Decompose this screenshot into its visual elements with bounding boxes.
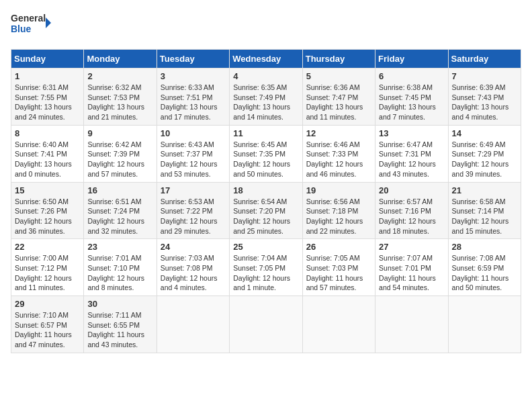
day-info: Sunrise: 6:50 AMSunset: 7:26 PMDaylight:… bbox=[15, 197, 80, 236]
calendar-cell: 6Sunrise: 6:38 AMSunset: 7:45 PMDaylight… bbox=[375, 68, 448, 126]
day-info: Sunrise: 7:11 AMSunset: 6:55 PMDaylight:… bbox=[87, 310, 152, 350]
calendar-cell: 28Sunrise: 7:08 AMSunset: 6:59 PMDayligh… bbox=[448, 239, 521, 296]
day-number: 10 bbox=[161, 128, 226, 138]
day-number: 19 bbox=[306, 185, 371, 195]
day-info: Sunrise: 7:00 AMSunset: 7:12 PMDaylight:… bbox=[15, 253, 80, 293]
day-info: Sunrise: 6:46 AMSunset: 7:33 PMDaylight:… bbox=[306, 140, 371, 179]
day-info: Sunrise: 6:54 AMSunset: 7:20 PMDaylight:… bbox=[233, 197, 298, 236]
calendar-cell: 2Sunrise: 6:32 AMSunset: 7:53 PMDaylight… bbox=[84, 68, 157, 126]
calendar-cell: 18Sunrise: 6:54 AMSunset: 7:20 PMDayligh… bbox=[230, 182, 302, 239]
calendar-cell: 26Sunrise: 7:05 AMSunset: 7:03 PMDayligh… bbox=[302, 239, 375, 296]
calendar-cell: 14Sunrise: 6:49 AMSunset: 7:29 PMDayligh… bbox=[448, 125, 521, 182]
day-info: Sunrise: 7:04 AMSunset: 7:05 PMDaylight:… bbox=[233, 253, 298, 293]
svg-marker-2 bbox=[46, 17, 51, 28]
calendar-cell: 29Sunrise: 7:10 AMSunset: 6:57 PMDayligh… bbox=[11, 296, 84, 353]
day-info: Sunrise: 6:58 AMSunset: 7:14 PMDaylight:… bbox=[452, 197, 517, 236]
day-header-saturday: Saturday bbox=[448, 50, 521, 68]
day-number: 7 bbox=[452, 71, 517, 81]
day-info: Sunrise: 6:45 AMSunset: 7:35 PMDaylight:… bbox=[233, 140, 298, 179]
day-number: 24 bbox=[161, 242, 226, 252]
svg-text:Blue: Blue bbox=[11, 24, 32, 34]
day-number: 4 bbox=[233, 71, 298, 81]
calendar-cell: 13Sunrise: 6:47 AMSunset: 7:31 PMDayligh… bbox=[375, 125, 448, 182]
day-info: Sunrise: 6:43 AMSunset: 7:37 PMDaylight:… bbox=[161, 140, 226, 179]
calendar-cell bbox=[448, 296, 521, 353]
day-info: Sunrise: 6:35 AMSunset: 7:49 PMDaylight:… bbox=[233, 83, 298, 122]
day-number: 29 bbox=[15, 299, 80, 309]
calendar-cell: 30Sunrise: 7:11 AMSunset: 6:55 PMDayligh… bbox=[84, 296, 157, 353]
calendar-cell: 1Sunrise: 6:31 AMSunset: 7:55 PMDaylight… bbox=[11, 68, 84, 126]
day-number: 20 bbox=[379, 185, 444, 195]
day-number: 8 bbox=[15, 128, 80, 138]
calendar-cell: 4Sunrise: 6:35 AMSunset: 7:49 PMDaylight… bbox=[230, 68, 302, 126]
calendar-cell: 5Sunrise: 6:36 AMSunset: 7:47 PMDaylight… bbox=[302, 68, 375, 126]
day-number: 1 bbox=[15, 71, 80, 81]
day-header-monday: Monday bbox=[84, 50, 157, 68]
day-header-wednesday: Wednesday bbox=[230, 50, 302, 68]
calendar-cell: 9Sunrise: 6:42 AMSunset: 7:39 PMDaylight… bbox=[84, 125, 157, 182]
day-number: 11 bbox=[233, 128, 298, 138]
calendar-cell: 23Sunrise: 7:01 AMSunset: 7:10 PMDayligh… bbox=[84, 239, 157, 296]
calendar-cell: 24Sunrise: 7:03 AMSunset: 7:08 PMDayligh… bbox=[157, 239, 229, 296]
day-number: 28 bbox=[452, 242, 517, 252]
day-number: 13 bbox=[379, 128, 444, 138]
day-info: Sunrise: 6:49 AMSunset: 7:29 PMDaylight:… bbox=[452, 140, 517, 179]
calendar-week-row: 22Sunrise: 7:00 AMSunset: 7:12 PMDayligh… bbox=[11, 239, 521, 296]
calendar-cell: 21Sunrise: 6:58 AMSunset: 7:14 PMDayligh… bbox=[448, 182, 521, 239]
day-number: 6 bbox=[379, 71, 444, 81]
calendar-week-row: 8Sunrise: 6:40 AMSunset: 7:41 PMDaylight… bbox=[11, 125, 521, 182]
svg-text:General: General bbox=[11, 13, 46, 24]
day-info: Sunrise: 7:03 AMSunset: 7:08 PMDaylight:… bbox=[161, 253, 226, 293]
calendar-cell: 17Sunrise: 6:53 AMSunset: 7:22 PMDayligh… bbox=[157, 182, 229, 239]
day-number: 22 bbox=[15, 242, 80, 252]
day-number: 16 bbox=[87, 185, 152, 195]
day-header-sunday: Sunday bbox=[11, 50, 84, 68]
day-number: 21 bbox=[452, 185, 517, 195]
day-info: Sunrise: 6:42 AMSunset: 7:39 PMDaylight:… bbox=[87, 140, 152, 179]
day-number: 18 bbox=[233, 185, 298, 195]
calendar-cell: 3Sunrise: 6:33 AMSunset: 7:51 PMDaylight… bbox=[157, 68, 229, 126]
day-header-tuesday: Tuesday bbox=[157, 50, 229, 68]
calendar-cell bbox=[157, 296, 229, 353]
day-number: 9 bbox=[87, 128, 152, 138]
calendar-cell: 7Sunrise: 6:39 AMSunset: 7:43 PMDaylight… bbox=[448, 68, 521, 126]
day-info: Sunrise: 6:57 AMSunset: 7:16 PMDaylight:… bbox=[379, 197, 444, 236]
calendar-week-row: 29Sunrise: 7:10 AMSunset: 6:57 PMDayligh… bbox=[11, 296, 521, 353]
calendar-header-row: SundayMondayTuesdayWednesdayThursdayFrid… bbox=[11, 50, 521, 68]
calendar-cell: 19Sunrise: 6:56 AMSunset: 7:18 PMDayligh… bbox=[302, 182, 375, 239]
calendar-cell: 8Sunrise: 6:40 AMSunset: 7:41 PMDaylight… bbox=[11, 125, 84, 182]
day-number: 23 bbox=[87, 242, 152, 252]
day-number: 2 bbox=[87, 71, 152, 81]
day-info: Sunrise: 6:36 AMSunset: 7:47 PMDaylight:… bbox=[306, 83, 371, 122]
logo: General Blue bbox=[11, 11, 51, 41]
day-info: Sunrise: 6:31 AMSunset: 7:55 PMDaylight:… bbox=[15, 83, 80, 122]
calendar-cell bbox=[302, 296, 375, 353]
day-info: Sunrise: 7:10 AMSunset: 6:57 PMDaylight:… bbox=[15, 310, 80, 350]
calendar-cell: 15Sunrise: 6:50 AMSunset: 7:26 PMDayligh… bbox=[11, 182, 84, 239]
day-info: Sunrise: 6:33 AMSunset: 7:51 PMDaylight:… bbox=[161, 83, 226, 122]
calendar-table: SundayMondayTuesdayWednesdayThursdayFrid… bbox=[11, 49, 521, 353]
day-header-thursday: Thursday bbox=[302, 50, 375, 68]
day-info: Sunrise: 6:56 AMSunset: 7:18 PMDaylight:… bbox=[306, 197, 371, 236]
calendar-cell: 10Sunrise: 6:43 AMSunset: 7:37 PMDayligh… bbox=[157, 125, 229, 182]
day-number: 15 bbox=[15, 185, 80, 195]
calendar-cell: 22Sunrise: 7:00 AMSunset: 7:12 PMDayligh… bbox=[11, 239, 84, 296]
day-number: 14 bbox=[452, 128, 517, 138]
calendar-cell: 11Sunrise: 6:45 AMSunset: 7:35 PMDayligh… bbox=[230, 125, 302, 182]
calendar-cell bbox=[375, 296, 448, 353]
day-number: 12 bbox=[306, 128, 371, 138]
day-number: 25 bbox=[233, 242, 298, 252]
day-info: Sunrise: 7:05 AMSunset: 7:03 PMDaylight:… bbox=[306, 253, 371, 293]
day-number: 30 bbox=[87, 299, 152, 309]
day-info: Sunrise: 7:01 AMSunset: 7:10 PMDaylight:… bbox=[87, 253, 152, 293]
day-header-friday: Friday bbox=[375, 50, 448, 68]
calendar-cell: 27Sunrise: 7:07 AMSunset: 7:01 PMDayligh… bbox=[375, 239, 448, 296]
day-info: Sunrise: 6:40 AMSunset: 7:41 PMDaylight:… bbox=[15, 140, 80, 179]
day-info: Sunrise: 7:07 AMSunset: 7:01 PMDaylight:… bbox=[379, 253, 444, 293]
calendar-week-row: 1Sunrise: 6:31 AMSunset: 7:55 PMDaylight… bbox=[11, 68, 521, 126]
day-info: Sunrise: 6:32 AMSunset: 7:53 PMDaylight:… bbox=[87, 83, 152, 122]
day-number: 3 bbox=[161, 71, 226, 81]
day-info: Sunrise: 6:51 AMSunset: 7:24 PMDaylight:… bbox=[87, 197, 152, 236]
day-info: Sunrise: 6:47 AMSunset: 7:31 PMDaylight:… bbox=[379, 140, 444, 179]
day-info: Sunrise: 6:39 AMSunset: 7:43 PMDaylight:… bbox=[452, 83, 517, 122]
